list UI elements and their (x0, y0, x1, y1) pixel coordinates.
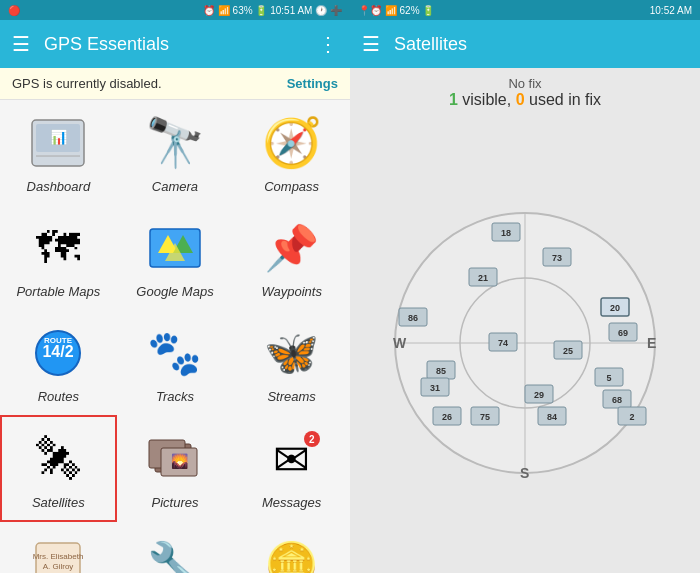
page-title: Satellites (394, 34, 467, 55)
svg-text:26: 26 (442, 412, 452, 422)
streams-label: Streams (267, 389, 315, 404)
left-panel: 🔴 ⏰ 📶 63% 🔋 10:51 AM 🕐 ➕ ☰ GPS Essential… (0, 0, 350, 573)
used-text: used in fix (529, 91, 601, 108)
svg-text:20: 20 (610, 303, 620, 313)
grid-item-tracks[interactable]: 🐾 Tracks (117, 310, 234, 415)
visible-count: 1 (449, 91, 458, 108)
svg-text:68: 68 (612, 395, 622, 405)
grid-item-coin[interactable]: 🪙 (233, 522, 350, 573)
svg-text:69: 69 (618, 328, 628, 338)
google-maps-icon (148, 225, 202, 271)
more-options-icon[interactable]: ⋮ (318, 32, 338, 56)
right-hamburger-icon[interactable]: ☰ (362, 32, 380, 56)
grid-item-streams[interactable]: 🦋 Streams (233, 310, 350, 415)
tracks-icon-wrap: 🐾 (143, 321, 207, 385)
grid-item-routes[interactable]: ROUTE 14/2 Routes (0, 310, 117, 415)
app-grid: 📊 Dashboard 🔭 Camera 🧭 Compass 🗺 Portabl… (0, 100, 350, 573)
settings-link[interactable]: Settings (287, 76, 338, 91)
status-right-time: 10:52 AM (650, 5, 692, 16)
compass-area: W E S 18 73 21 (350, 113, 700, 573)
svg-text:📊: 📊 (50, 129, 68, 146)
svg-text:2: 2 (629, 412, 634, 422)
satellites-icon: 🛰 (36, 434, 80, 484)
used-count: 0 (516, 91, 525, 108)
status-right-left: 📍⏰ 📶 62% 🔋 (358, 5, 434, 16)
compass-icon-wrap: 🧭 (260, 111, 324, 175)
messages-badge: 2 (304, 431, 320, 447)
svg-text:85: 85 (436, 366, 446, 376)
compass-container: W E S 18 73 21 (385, 203, 665, 483)
portable-maps-icon-wrap: 🗺 (26, 216, 90, 280)
svg-text:E: E (647, 335, 656, 351)
left-header: ☰ GPS Essentials ⋮ (0, 20, 350, 68)
routes-icon: ROUTE 14/2 (30, 327, 86, 379)
status-left: 🔴 (8, 5, 20, 16)
no-fix-label: No fix (350, 76, 700, 91)
portable-maps-icon: 🗺 (36, 223, 80, 273)
svg-text:W: W (393, 335, 407, 351)
svg-text:75: 75 (480, 412, 490, 422)
visible-text: visible, (462, 91, 515, 108)
dashboard-label: Dashboard (27, 179, 91, 194)
tracks-label: Tracks (156, 389, 194, 404)
waypoints-icon: 📌 (264, 222, 319, 274)
svg-text:18: 18 (501, 228, 511, 238)
svg-text:🌄: 🌄 (170, 453, 188, 470)
grid-item-contact[interactable]: Mrs. Elisabeth A. Gilroy West Sussex (0, 522, 117, 573)
svg-text:A. Gilroy: A. Gilroy (43, 562, 74, 571)
svg-text:29: 29 (534, 390, 544, 400)
tools-icon-wrap: 🔧 (143, 533, 207, 573)
routes-label: Routes (38, 389, 79, 404)
contact-icon: Mrs. Elisabeth A. Gilroy West Sussex (32, 541, 84, 573)
grid-item-camera[interactable]: 🔭 Camera (117, 100, 234, 205)
grid-item-tools[interactable]: 🔧 (117, 522, 234, 573)
compass-label: Compass (264, 179, 319, 194)
grid-item-dashboard[interactable]: 📊 Dashboard (0, 100, 117, 205)
hamburger-menu-icon[interactable]: ☰ (12, 32, 30, 56)
messages-icon-wrap: ✉ 2 (260, 427, 324, 491)
grid-item-portable-maps[interactable]: 🗺 Portable Maps (0, 205, 117, 310)
satellite-info: No fix 1 visible, 0 used in fix (350, 68, 700, 113)
coin-icon: 🪙 (264, 539, 319, 573)
pictures-icon: 🌄 (147, 434, 203, 484)
tracks-icon: 🐾 (147, 327, 202, 379)
routes-icon-wrap: ROUTE 14/2 (26, 321, 90, 385)
svg-text:S: S (520, 465, 529, 481)
streams-icon: 🦋 (264, 327, 319, 379)
satellites-label: Satellites (32, 495, 85, 510)
waypoints-label: Waypoints (261, 284, 321, 299)
svg-text:31: 31 (430, 383, 440, 393)
svg-text:74: 74 (498, 338, 508, 348)
compass-icon: 🧭 (262, 115, 322, 171)
pictures-label: Pictures (152, 495, 199, 510)
grid-item-messages[interactable]: ✉ 2 Messages (233, 415, 350, 522)
dashboard-icon: 📊 (30, 118, 86, 168)
contact-icon-wrap: Mrs. Elisabeth A. Gilroy West Sussex (26, 533, 90, 573)
svg-text:14/2: 14/2 (43, 343, 74, 360)
svg-text:73: 73 (552, 253, 562, 263)
camera-label: Camera (152, 179, 198, 194)
grid-item-compass[interactable]: 🧭 Compass (233, 100, 350, 205)
svg-text:21: 21 (478, 273, 488, 283)
messages-label: Messages (262, 495, 321, 510)
streams-icon-wrap: 🦋 (260, 321, 324, 385)
grid-item-satellites[interactable]: 🛰 Satellites (0, 415, 117, 522)
camera-icon-wrap: 🔭 (143, 111, 207, 175)
satellites-icon-wrap: 🛰 (26, 427, 90, 491)
svg-text:25: 25 (563, 346, 573, 356)
grid-item-google-maps[interactable]: Google Maps (117, 205, 234, 310)
app-title: GPS Essentials (44, 34, 304, 55)
tools-icon: 🔧 (147, 539, 202, 573)
right-panel: 📍⏰ 📶 62% 🔋 10:52 AM ☰ Satellites No fix … (350, 0, 700, 573)
svg-text:86: 86 (408, 313, 418, 323)
svg-text:Mrs. Elisabeth: Mrs. Elisabeth (33, 552, 84, 561)
gps-banner: GPS is currently disabled. Settings (0, 68, 350, 100)
grid-item-pictures[interactable]: 🌄 Pictures (117, 415, 234, 522)
google-maps-label: Google Maps (136, 284, 213, 299)
google-maps-icon-wrap (143, 216, 207, 280)
camera-icon: 🔭 (145, 115, 205, 171)
svg-text:5: 5 (606, 373, 611, 383)
gps-status-text: GPS is currently disabled. (12, 76, 162, 91)
grid-item-waypoints[interactable]: 📌 Waypoints (233, 205, 350, 310)
status-center-left: ⏰ 📶 63% 🔋 10:51 AM 🕐 ➕ (203, 5, 342, 16)
